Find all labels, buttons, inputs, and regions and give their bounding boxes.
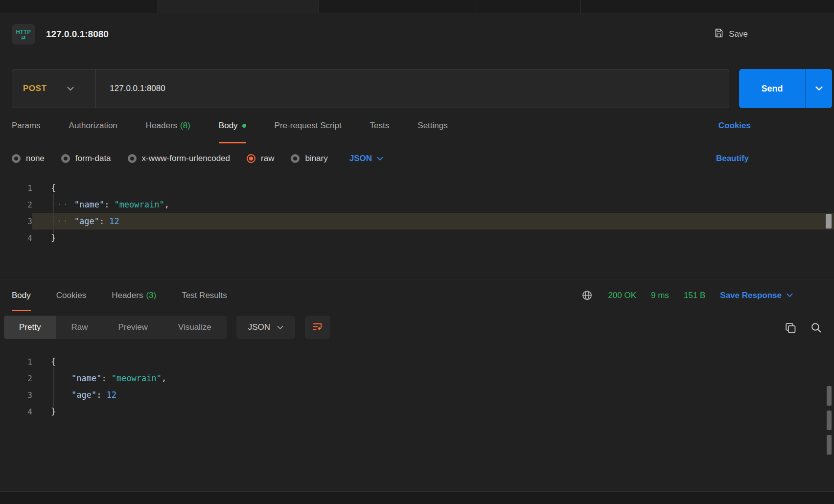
tab-label: Settings [417, 121, 447, 131]
body-language-select[interactable]: JSON [349, 154, 383, 163]
radio-icon[interactable] [12, 154, 21, 163]
code-line-active: 3 ···"age":12 [0, 213, 834, 229]
mode-label: binary [305, 154, 327, 163]
send-options-chevron-icon[interactable] [806, 69, 832, 108]
tab-label: Pre-request Script [275, 121, 342, 131]
send-button-label[interactable]: Send [739, 69, 805, 108]
tab-label: Params [12, 121, 41, 131]
url-input[interactable]: 127.0.0.1:8080 [96, 84, 729, 93]
viewer-scrollbar-thumb[interactable] [827, 386, 832, 406]
tab-label: Headers [146, 121, 177, 131]
code-token: "meowrain" [112, 373, 162, 383]
code-token: 12 [106, 390, 116, 400]
response-meta: 200 OK 9 ms 151 B Save Response [581, 279, 793, 311]
line-number: 2 [0, 196, 32, 213]
tab-label: Authorization [69, 121, 117, 131]
send-button[interactable]: Send [739, 69, 832, 108]
beautify-link[interactable]: Beautify [716, 154, 822, 163]
search-icon[interactable] [810, 321, 822, 334]
mode-label: none [26, 154, 45, 163]
window-tab-separator [477, 0, 477, 13]
request-title: 127.0.0.1:8080 [46, 29, 109, 40]
response-language-select[interactable]: JSON [236, 316, 295, 339]
code-token: "age" [71, 390, 96, 400]
radio-icon[interactable] [291, 154, 300, 163]
response-body-viewer[interactable]: 1 { 2 "name":"meowrain", 3 "age":12 4 } [0, 344, 834, 491]
editor-scrollbar-thumb[interactable] [826, 214, 832, 229]
tab-pre-request-script[interactable]: Pre-request Script [275, 108, 342, 143]
response-toolbar-actions [784, 321, 822, 334]
method-label: POST [23, 84, 46, 93]
floppy-disk-icon [714, 28, 724, 41]
view-raw[interactable]: Raw [56, 316, 103, 339]
cookies-link[interactable]: Cookies [718, 121, 822, 131]
save-response-label: Save Response [720, 291, 782, 300]
tab-headers[interactable]: Headers (8) [146, 108, 190, 143]
method-select[interactable]: POST [12, 69, 95, 108]
save-button-label: Save [729, 29, 748, 39]
response-time[interactable]: 9 ms [651, 291, 669, 300]
tab-count-badge: (3) [146, 291, 156, 300]
tab-body[interactable]: Body [219, 108, 246, 143]
line-number: 1 [0, 180, 32, 196]
line-number: 2 [0, 370, 32, 387]
window-tab-separator [684, 0, 684, 13]
tab-settings[interactable]: Settings [417, 108, 447, 143]
language-label: JSON [349, 154, 372, 163]
viewer-scrollbar-thumb[interactable] [827, 435, 832, 455]
response-tab-cookies[interactable]: Cookies [56, 279, 86, 311]
code-token: : [101, 373, 106, 383]
viewer-scrollbar-thumb[interactable] [827, 411, 832, 430]
response-tab-test-results[interactable]: Test Results [182, 279, 227, 311]
mode-raw[interactable]: raw [247, 154, 274, 163]
radio-icon[interactable] [61, 154, 70, 163]
url-row: POST 127.0.0.1:8080 Send [0, 55, 834, 108]
code-token: { [51, 183, 56, 193]
tab-label: Tests [370, 121, 390, 131]
response-size[interactable]: 151 B [684, 291, 705, 300]
view-visualize[interactable]: Visualize [163, 316, 227, 339]
response-view-switcher: Pretty Raw Preview Visualize [4, 316, 227, 339]
tab-authorization[interactable]: Authorization [69, 108, 117, 143]
wrap-line-button[interactable] [305, 316, 330, 339]
line-number: 3 [0, 213, 32, 229]
view-pretty[interactable]: Pretty [4, 316, 56, 339]
request-body-editor[interactable]: 1 { 2 ···"name":"meowrain", 3 ···"age":1… [0, 174, 834, 279]
tab-tests[interactable]: Tests [370, 108, 390, 143]
tab-label: Cookies [56, 291, 86, 300]
network-globe-icon[interactable] [581, 289, 593, 301]
response-tab-body[interactable]: Body [12, 279, 31, 311]
radio-selected-icon[interactable] [247, 154, 255, 163]
save-button[interactable]: Save [714, 28, 748, 41]
window-tab-strip[interactable] [0, 0, 834, 13]
code-token: } [51, 233, 56, 243]
code-line: 4 } [0, 403, 834, 420]
mode-form-data[interactable]: form-data [61, 154, 111, 163]
language-label: JSON [248, 322, 270, 332]
tab-count-badge: (8) [180, 121, 190, 131]
radio-icon[interactable] [128, 154, 137, 163]
bracket-pair-guide [53, 367, 54, 407]
code-token: } [51, 407, 56, 416]
active-window-tab[interactable] [158, 0, 319, 13]
window-tab-separator [580, 0, 581, 13]
code-line: 2 "name":"meowrain", [0, 370, 834, 387]
view-preview[interactable]: Preview [103, 316, 162, 339]
response-tab-headers[interactable]: Headers (3) [112, 279, 156, 311]
copy-icon[interactable] [784, 321, 796, 334]
chevron-down-icon [787, 293, 793, 298]
tab-params[interactable]: Params [12, 108, 41, 143]
chevron-down-icon [67, 87, 74, 91]
mode-binary[interactable]: binary [291, 154, 327, 163]
mode-x-www-form-urlencoded[interactable]: x-www-form-urlencoded [128, 154, 230, 163]
mode-none[interactable]: none [12, 154, 45, 163]
mode-label: x-www-form-urlencoded [142, 154, 230, 163]
tab-label: Test Results [182, 291, 227, 300]
save-response-button[interactable]: Save Response [720, 291, 793, 300]
line-number: 4 [0, 229, 32, 246]
status-badge[interactable]: 200 OK [608, 291, 636, 300]
tab-label: Headers [112, 291, 143, 300]
line-number: 4 [0, 403, 32, 420]
tab-label: Body [12, 291, 31, 300]
code-token: , [162, 373, 166, 383]
